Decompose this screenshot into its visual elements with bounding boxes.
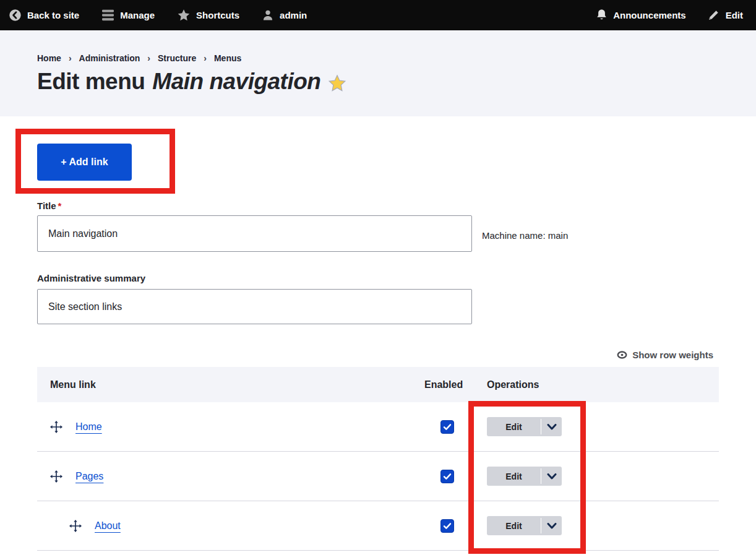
breadcrumb-home[interactable]: Home xyxy=(37,53,61,63)
operations-cell: Edit xyxy=(487,467,719,486)
manage-menu-button[interactable]: Manage xyxy=(101,9,155,21)
breadcrumb-menus[interactable]: Menus xyxy=(214,53,241,63)
breadcrumb: Home › Administration › Structure › Menu… xyxy=(37,53,241,63)
operations-cell: Edit xyxy=(487,516,719,535)
chevron-down-icon[interactable] xyxy=(541,417,562,436)
menu-link-cell: Pages xyxy=(37,470,424,483)
breadcrumb-separator: › xyxy=(69,53,72,63)
breadcrumb-separator: › xyxy=(204,53,207,63)
edit-button-label: Edit xyxy=(487,467,541,486)
announcements-button[interactable]: Announcements xyxy=(596,9,686,22)
edit-dropdown-button[interactable]: Edit xyxy=(487,516,562,535)
enabled-checkbox[interactable] xyxy=(440,420,454,434)
checkmark-icon xyxy=(442,472,452,481)
menu-links-table: Menu link Enabled Operations Home xyxy=(37,367,719,551)
chevron-down-icon[interactable] xyxy=(541,467,562,486)
checkmark-icon xyxy=(442,521,452,531)
enabled-cell xyxy=(424,420,487,434)
table-row-about: About Edit xyxy=(37,501,719,551)
drag-handle-icon[interactable] xyxy=(69,519,82,533)
required-marker: * xyxy=(58,200,62,211)
title-label-text: Title xyxy=(37,200,56,211)
menu-link-pages[interactable]: Pages xyxy=(75,471,103,482)
shortcut-star-icon[interactable] xyxy=(328,74,346,92)
breadcrumb-separator: › xyxy=(147,53,150,63)
header-enabled: Enabled xyxy=(424,379,487,390)
table-row-pages: Pages Edit xyxy=(37,452,719,501)
page-title-prefix: Edit menu xyxy=(37,69,145,95)
pencil-icon xyxy=(707,9,720,22)
menu-link-cell: Home xyxy=(37,420,424,434)
checkmark-icon xyxy=(442,422,452,432)
summary-input[interactable] xyxy=(37,289,472,324)
menu-link-cell: About xyxy=(37,519,424,533)
edit-dropdown-button[interactable]: Edit xyxy=(487,417,562,436)
summary-field-label: Administrative summary xyxy=(37,273,145,283)
edit-mode-label: Edit xyxy=(726,10,743,20)
back-arrow-icon xyxy=(9,9,22,22)
breadcrumb-administration[interactable]: Administration xyxy=(79,53,140,63)
operations-cell: Edit xyxy=(487,417,719,436)
page: Back to site Manage Shortcuts xyxy=(0,0,756,560)
admin-toolbar: Back to site Manage Shortcuts xyxy=(0,0,756,30)
show-row-weights-label: Show row weights xyxy=(632,350,713,360)
user-menu-button[interactable]: admin xyxy=(262,9,307,22)
header-operations: Operations xyxy=(487,379,719,390)
hamburger-icon xyxy=(101,9,114,21)
chevron-down-icon[interactable] xyxy=(541,516,562,535)
enabled-cell xyxy=(424,470,487,483)
enabled-checkbox[interactable] xyxy=(440,519,454,533)
show-row-weights-toggle[interactable]: Show row weights xyxy=(617,350,713,360)
toolbar-right-group: Announcements Edit xyxy=(596,9,743,22)
announcements-label: Announcements xyxy=(613,10,686,20)
manage-label: Manage xyxy=(120,10,155,20)
page-title-menu-name: Main navigation xyxy=(152,69,320,95)
eye-icon xyxy=(617,351,627,359)
back-to-site-label: Back to site xyxy=(27,10,79,20)
header-menu-link: Menu link xyxy=(37,379,424,390)
edit-dropdown-button[interactable]: Edit xyxy=(487,467,562,486)
enabled-cell xyxy=(424,519,487,533)
table-row-home: Home Edit xyxy=(37,402,719,452)
back-to-site-button[interactable]: Back to site xyxy=(9,9,79,22)
table-header-row: Menu link Enabled Operations xyxy=(37,367,719,402)
machine-name-text: Machine name: main xyxy=(482,230,568,241)
user-label: admin xyxy=(280,10,307,20)
enabled-checkbox[interactable] xyxy=(440,470,454,483)
edit-button-label: Edit xyxy=(487,516,541,535)
breadcrumb-structure[interactable]: Structure xyxy=(158,53,196,63)
star-icon xyxy=(177,9,191,22)
shortcuts-menu-button[interactable]: Shortcuts xyxy=(177,9,239,22)
menu-link-about[interactable]: About xyxy=(95,520,121,532)
title-field-label: Title* xyxy=(37,200,61,211)
add-link-button[interactable]: + Add link xyxy=(37,144,132,181)
drag-handle-icon[interactable] xyxy=(49,470,63,483)
bell-icon xyxy=(596,9,608,22)
menu-link-home[interactable]: Home xyxy=(75,421,102,433)
shortcuts-label: Shortcuts xyxy=(196,10,239,20)
edit-button-label: Edit xyxy=(487,417,541,436)
title-input[interactable] xyxy=(37,215,472,252)
page-title: Edit menu Main navigation xyxy=(37,69,346,95)
edit-mode-button[interactable]: Edit xyxy=(707,9,743,22)
drag-handle-icon[interactable] xyxy=(49,420,63,434)
toolbar-left-group: Back to site Manage Shortcuts xyxy=(9,9,307,22)
user-icon xyxy=(262,9,274,22)
